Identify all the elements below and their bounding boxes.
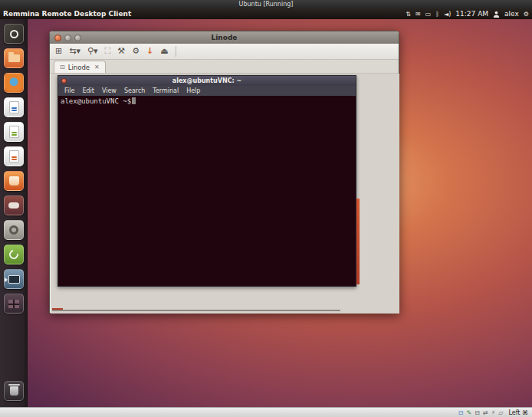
remote-wallpaper-sliver <box>356 199 360 284</box>
shopping-bag-icon <box>9 176 19 186</box>
menu-edit[interactable]: Edit <box>78 87 98 94</box>
window-controls <box>54 34 81 41</box>
launcher-item-update-manager[interactable] <box>4 245 24 264</box>
terminal-body[interactable]: alex@ubuntuVNC ~$ <box>58 96 356 286</box>
remote-screen-icon: ⊡ <box>60 64 65 71</box>
active-app-title: Remmina Remote Desktop Client <box>3 10 131 18</box>
preferences-icon[interactable]: ⚙ <box>132 44 140 58</box>
sync-icon[interactable]: ⇅ <box>406 11 411 18</box>
minimize-button[interactable] <box>64 34 71 41</box>
bluetooth-icon[interactable]: ᛒ <box>435 11 439 18</box>
ubuntu-top-panel: Remmina Remote Desktop Client ⇅ ✉ ▭ ᛒ ◄)… <box>0 8 532 19</box>
clock-indicator[interactable]: 11:27 AM <box>455 10 488 18</box>
virtualbox-window: Ubuntu [Running] Remmina Remote Desktop … <box>0 0 532 417</box>
launcher-item-libreoffice-writer[interactable] <box>4 97 24 117</box>
menu-search[interactable]: Search <box>120 87 149 94</box>
user-menu[interactable]: alex <box>504 10 519 18</box>
terminal-cursor <box>132 97 136 104</box>
remote-desktop-view[interactable]: alex@ubuntuVNC: ~ File Edit View Search … <box>51 74 399 314</box>
network-icon[interactable]: ⇄ <box>483 409 488 417</box>
menu-view[interactable]: View <box>98 87 120 94</box>
remmina-tabbar: ⊡ Linode ✕ <box>50 60 399 74</box>
launcher-item-libreoffice-impress[interactable] <box>4 146 24 166</box>
terminal-window-title: alex@ubuntuVNC: ~ <box>58 77 356 84</box>
launcher-item-dash[interactable] <box>4 24 24 44</box>
terminal-close-button[interactable] <box>61 78 67 84</box>
launcher-item-remmina[interactable] <box>4 269 24 289</box>
volume-icon[interactable]: ◄) <box>444 11 451 18</box>
hdd-icon[interactable]: ⊟ <box>475 409 480 417</box>
session-gear-icon[interactable]: ⚙ <box>524 11 529 18</box>
close-button[interactable] <box>54 34 61 41</box>
impress-document-icon <box>9 150 19 163</box>
ubuntu-logo-icon <box>10 30 18 38</box>
launcher-item-libreoffice-calc[interactable] <box>4 122 24 142</box>
vbox-window-title: Ubuntu [Running] <box>239 1 294 8</box>
pencil-icon[interactable]: ✎ <box>467 409 472 417</box>
menu-terminal[interactable]: Terminal <box>149 87 182 94</box>
menu-file[interactable]: File <box>61 87 78 94</box>
vbox-titlebar[interactable]: Ubuntu [Running] <box>0 0 532 8</box>
battery-icon[interactable]: ▭ <box>425 11 432 18</box>
calc-document-icon <box>9 126 19 138</box>
launcher-item-ubuntu-software-center[interactable] <box>4 171 24 191</box>
tab-label: Linode <box>68 64 90 71</box>
new-connection-icon[interactable]: ⊞ <box>55 44 62 58</box>
launcher-item-workspace-switcher[interactable] <box>4 294 24 314</box>
indicator-tray: ⇅ ✉ ▭ ᛒ ◄) 11:27 AM alex ⚙ <box>406 10 529 18</box>
tab-close-icon[interactable]: ✕ <box>94 64 100 71</box>
zoom-icon[interactable]: ⚲▾ <box>87 44 98 58</box>
cloud-icon <box>8 202 19 208</box>
launcher-item-firefox[interactable] <box>4 73 24 93</box>
user-icon <box>493 11 500 18</box>
usb-icon[interactable]: ⚡ <box>491 409 496 417</box>
remote-screen-icon <box>8 275 20 284</box>
host-key-indicator: Left ⌘ <box>508 409 528 416</box>
toolbar-separator <box>176 46 176 57</box>
vbox-statusbar: ⊡ ✎ ⊟ ⇄ ⚡ ▱ Left ⌘ <box>0 407 532 417</box>
workspaces-icon <box>8 300 19 308</box>
mail-icon[interactable]: ✉ <box>415 11 421 18</box>
running-indicator <box>5 277 8 282</box>
maximize-button[interactable] <box>74 34 81 41</box>
trash-icon <box>10 386 18 396</box>
writer-document-icon <box>9 101 19 113</box>
shared-folder-icon[interactable]: ▱ <box>498 409 503 417</box>
remote-panel-edge <box>52 310 340 311</box>
remmina-window-title: Linode <box>50 34 399 41</box>
launcher-item-system-settings[interactable] <box>4 220 24 240</box>
scaled-mode-icon[interactable]: ⛶ <box>105 44 111 58</box>
terminal-menubar: File Edit View Search Terminal Help <box>58 86 356 96</box>
launcher-item-home-folder[interactable] <box>4 48 24 68</box>
remmina-toolbar: ⊞ ⇆▾ ⚲▾ ⛶ ⚒ ⚙ ↓ ⏏ <box>50 44 399 60</box>
screenshot-icon[interactable]: ↓ <box>146 44 153 58</box>
launcher-item-trash[interactable] <box>4 381 24 401</box>
terminal-titlebar[interactable]: alex@ubuntuVNC: ~ <box>58 76 356 86</box>
disconnect-icon[interactable]: ⏏ <box>160 44 168 58</box>
gear-icon <box>9 225 18 235</box>
remmina-window: Linode ⊞ ⇆▾ ⚲▾ ⛶ ⚒ ⚙ ↓ ⏏ ⊡ Linode ✕ <box>49 31 399 314</box>
remmina-titlebar[interactable]: Linode <box>50 31 399 44</box>
unity-launcher <box>0 19 28 407</box>
display-icon[interactable]: ⊡ <box>458 409 464 417</box>
folder-icon <box>8 54 20 62</box>
connect-icon[interactable]: ⇆▾ <box>69 44 80 58</box>
menu-help[interactable]: Help <box>182 87 204 94</box>
tools-icon[interactable]: ⚒ <box>117 44 125 58</box>
terminal-prompt: alex@ubuntuVNC ~$ <box>61 97 131 105</box>
launcher-item-ubuntu-one[interactable] <box>4 195 24 215</box>
refresh-icon <box>8 248 21 261</box>
tab-linode[interactable]: ⊡ Linode ✕ <box>54 61 106 73</box>
terminal-window: alex@ubuntuVNC: ~ File Edit View Search … <box>57 75 356 287</box>
